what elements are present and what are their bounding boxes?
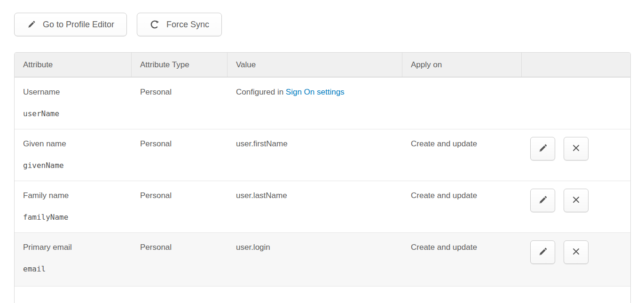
pencil-icon bbox=[538, 195, 548, 207]
value-prefix: Configured in bbox=[236, 88, 286, 96]
attribute-variable: givenName bbox=[23, 161, 127, 170]
delete-mapping-button[interactable] bbox=[564, 240, 589, 264]
x-icon bbox=[572, 195, 581, 206]
actions-cell bbox=[522, 78, 630, 129]
column-header-apply-on: Apply on bbox=[402, 53, 522, 77]
attribute-label: Username bbox=[23, 88, 127, 97]
x-icon bbox=[572, 247, 581, 257]
table-row: Primary email email Personal user.login … bbox=[15, 232, 630, 286]
attribute-type-cell: Personal bbox=[132, 233, 228, 286]
toolbar: Go to Profile Editor Force Sync bbox=[14, 13, 644, 36]
column-header-attribute: Attribute bbox=[15, 53, 132, 77]
column-header-attribute-type: Attribute Type bbox=[132, 53, 228, 77]
pencil-icon bbox=[538, 247, 548, 258]
attribute-cell: Username userName bbox=[15, 78, 132, 129]
value-cell: user.firstName bbox=[228, 129, 402, 181]
value-cell: user.login bbox=[228, 233, 402, 286]
go-to-profile-editor-button[interactable]: Go to Profile Editor bbox=[14, 13, 127, 36]
go-to-profile-editor-label: Go to Profile Editor bbox=[43, 20, 114, 30]
column-header-actions bbox=[522, 53, 630, 77]
force-sync-label: Force Sync bbox=[166, 20, 209, 30]
apply-on-cell: Create and update bbox=[402, 129, 522, 181]
actions-cell bbox=[522, 181, 630, 232]
force-sync-button[interactable]: Force Sync bbox=[137, 13, 222, 36]
edit-mapping-button[interactable] bbox=[530, 189, 555, 212]
edit-mapping-button[interactable] bbox=[530, 137, 555, 160]
delete-mapping-button[interactable] bbox=[564, 189, 589, 212]
pencil-icon bbox=[538, 143, 548, 155]
attribute-variable: familyName bbox=[23, 213, 127, 222]
apply-on-cell: Create and update bbox=[402, 233, 522, 286]
table-row bbox=[15, 286, 630, 303]
attribute-cell: Given name givenName bbox=[15, 129, 132, 181]
value-cell: Configured in Sign On settings bbox=[228, 78, 402, 129]
table-header-row: Attribute Attribute Type Value Apply on bbox=[15, 53, 630, 77]
table-row: Username userName Personal Configured in… bbox=[15, 77, 630, 129]
sign-on-settings-link[interactable]: Sign On settings bbox=[286, 88, 345, 96]
actions-cell bbox=[522, 129, 630, 181]
attribute-type-cell: Personal bbox=[132, 129, 228, 181]
attribute-cell: Family name familyName bbox=[15, 181, 132, 232]
attribute-mappings-page: Go to Profile Editor Force Sync Attribut… bbox=[0, 0, 644, 303]
attribute-variable: email bbox=[23, 264, 127, 273]
apply-on-cell bbox=[402, 78, 522, 129]
pencil-icon bbox=[27, 20, 36, 29]
column-header-value: Value bbox=[228, 53, 402, 77]
attribute-label: Primary email bbox=[23, 243, 127, 252]
edit-mapping-button[interactable] bbox=[530, 240, 555, 264]
attribute-variable: userName bbox=[23, 109, 127, 118]
attribute-label: Family name bbox=[23, 191, 127, 200]
attribute-type-cell: Personal bbox=[132, 181, 228, 232]
attribute-cell: Primary email email bbox=[15, 233, 132, 286]
attribute-label: Given name bbox=[23, 139, 127, 149]
delete-mapping-button[interactable] bbox=[564, 137, 589, 160]
refresh-icon bbox=[149, 19, 160, 30]
x-icon bbox=[572, 144, 581, 154]
actions-cell bbox=[522, 233, 630, 286]
table-row: Given name givenName Personal user.first… bbox=[15, 129, 630, 181]
apply-on-cell: Create and update bbox=[402, 181, 522, 232]
attribute-type-cell: Personal bbox=[132, 78, 228, 129]
attributes-table: Attribute Attribute Type Value Apply on … bbox=[14, 52, 631, 303]
table-row: Family name familyName Personal user.las… bbox=[15, 181, 630, 232]
value-cell: user.lastName bbox=[228, 181, 402, 232]
